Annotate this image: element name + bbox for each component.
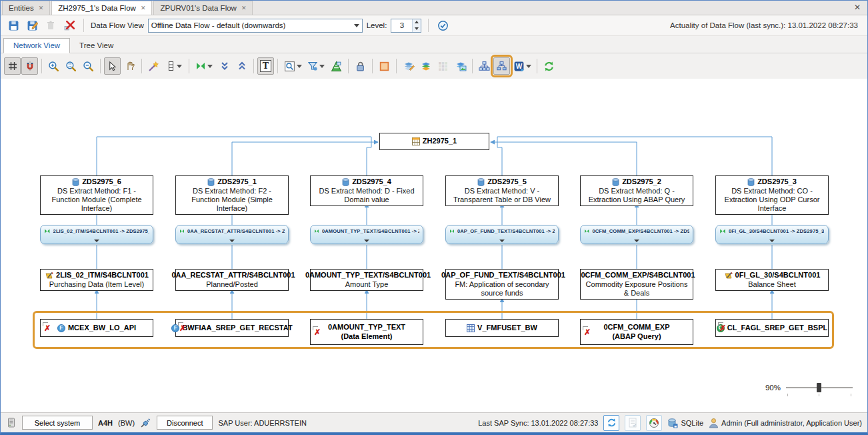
show-text-icon[interactable]: T xyxy=(257,57,274,75)
not-synced-icon: ✗ xyxy=(314,328,321,336)
tab-zh2975-1-data-flow[interactable]: ZH2975_1's Data Flow ✕ xyxy=(51,1,152,15)
hierarchy-layout-highlight xyxy=(493,57,510,75)
close-tab-icon[interactable]: ✕ xyxy=(241,5,247,11)
extractor-node[interactable]: ✗ FMCEX_BW_LO_API xyxy=(40,319,153,337)
spin-up-icon[interactable] xyxy=(413,19,421,26)
refresh-icon[interactable] xyxy=(541,57,557,75)
pyramid-levels-icon[interactable] xyxy=(328,57,345,75)
pointer-tool-icon[interactable] xyxy=(104,57,121,75)
tab-entities[interactable]: Entities ✕ xyxy=(2,1,50,15)
word-export-icon[interactable]: W xyxy=(511,57,533,75)
orange-frame-icon[interactable] xyxy=(376,57,393,75)
root-node-zh2975-1[interactable]: ZH2975_1 xyxy=(379,133,489,150)
zoom-slider[interactable] xyxy=(786,383,853,392)
extractor-node[interactable]: ✗ FBWFIAA_SREP_GET_RECSTAT xyxy=(175,319,289,337)
chevron-down-icon[interactable] xyxy=(207,65,213,68)
datasource-node[interactable]: ZDS2975_6 DS Extract Method: F1 - Functi… xyxy=(40,175,153,215)
select-system-button[interactable]: Select system xyxy=(22,416,93,430)
datasource-node[interactable]: ZDS2975_5 DS Extract Method: V - Transpa… xyxy=(445,175,559,206)
actuality-check-icon[interactable] xyxy=(435,18,450,33)
close-view-icon[interactable]: ✕ xyxy=(854,3,861,12)
extractor-node[interactable]: ✗ 0CFM_COMM_EXP (ABAP Query) xyxy=(580,319,693,345)
text-tool-glyph: T xyxy=(260,60,271,71)
source-datasource-node[interactable]: 0FI_GL_30/S4BCLNT001 Balance Sheet xyxy=(715,269,829,291)
lock-icon[interactable] xyxy=(352,57,369,75)
data-flow-view-label: Data Flow View xyxy=(91,21,144,29)
snap-magnet-icon[interactable] xyxy=(21,57,38,75)
export-image-icon[interactable] xyxy=(452,57,469,75)
hierarchy-layout-icon[interactable] xyxy=(493,57,510,75)
bands-layout-icon[interactable] xyxy=(163,57,185,75)
save-as-icon[interactable] xyxy=(25,18,39,33)
chevron-down-icon[interactable] xyxy=(297,65,302,68)
filter-icon[interactable] xyxy=(305,57,327,75)
transformations-icon[interactable] xyxy=(193,57,215,75)
data-flow-view-select[interactable]: Offline Data Flow - default (downwards) xyxy=(148,19,363,33)
chevron-down-icon[interactable] xyxy=(526,65,531,68)
disconnect-button[interactable]: Disconnect xyxy=(157,416,213,430)
separator xyxy=(372,59,373,73)
save-icon[interactable] xyxy=(6,18,21,33)
expand-caret-icon[interactable] xyxy=(499,240,505,242)
not-synced-icon: ✗ xyxy=(179,324,186,332)
source-datasource-node[interactable]: 0AMOUNT_TYP_TEXT/S4BCLNT001 Amount Type xyxy=(310,269,423,291)
tab-network-view[interactable]: Network View xyxy=(3,38,70,53)
expand-all-icon[interactable] xyxy=(216,57,233,75)
transformation-node[interactable]: 0CFM_COMM_EXP/S4BCLNT001 -> ZDS2975_2 xyxy=(580,225,693,244)
chevron-down-icon[interactable] xyxy=(319,65,325,68)
transformation-node[interactable]: 2LIS_02_ITM/S4BCLNT001 -> ZDS2975_6 xyxy=(40,225,153,244)
expand-caret-icon[interactable] xyxy=(769,240,775,242)
log-document-button[interactable] xyxy=(625,415,641,431)
expand-caret-icon[interactable] xyxy=(94,240,99,242)
expand-caret-icon[interactable] xyxy=(364,240,369,242)
overview-window-icon[interactable] xyxy=(281,57,304,75)
tab-tree-view[interactable]: Tree View xyxy=(70,39,123,53)
datasource-node[interactable]: ZDS2975_3 DS Extract Method: CO - Extrac… xyxy=(715,175,829,215)
zoom-slider-thumb[interactable] xyxy=(817,383,821,392)
close-tab-icon[interactable]: ✕ xyxy=(141,5,146,11)
separator xyxy=(253,59,254,73)
performance-gauge-button[interactable] xyxy=(646,415,662,431)
system-id: A4H xyxy=(98,419,113,427)
zoom-fit-icon[interactable] xyxy=(63,57,79,75)
db-label: SQLite xyxy=(681,419,703,427)
not-synced-icon: ✗ xyxy=(719,324,726,332)
transformation-label: 0CFM_COMM_EXP/S4BCLNT001 -> ZDS2975_2 xyxy=(592,228,689,234)
zoom-in-icon[interactable] xyxy=(45,57,62,75)
source-datasource-node[interactable]: 0AP_OF_FUND_TEXT/S4BCLNT001 FM: Applicat… xyxy=(445,269,559,300)
datasource-node[interactable]: ZDS2975_4 DS Extract Method: D - Fixed D… xyxy=(310,175,423,206)
network-diagram-canvas[interactable]: ZH2975_1 ZDS2975_6 DS Extract Method: F1… xyxy=(1,79,867,412)
pan-hand-icon[interactable] xyxy=(121,57,138,75)
close-tab-icon[interactable]: ✕ xyxy=(39,5,44,11)
datasource-node[interactable]: ZDS2975_2 DS Extract Method: Q - Extract… xyxy=(580,175,693,206)
spin-down-icon[interactable] xyxy=(413,25,421,32)
edit-layers-icon[interactable] xyxy=(400,57,417,75)
zoom-out-icon[interactable] xyxy=(80,57,97,75)
source-datasource-node[interactable]: 2LIS_02_ITM/S4BCLNT001 Purchasing Data (… xyxy=(40,269,153,291)
extractor-node[interactable]: ✗ CCL_FAGL_SREP_GET_BSPL xyxy=(715,319,829,337)
extractor-node[interactable]: V_FMFUSET_BW xyxy=(445,319,559,337)
sync-refresh-button[interactable] xyxy=(603,415,619,431)
source-datasource-node[interactable]: 0AA_RECSTAT_ATTR/S4BCLNT001 Planned/Post… xyxy=(175,269,289,291)
tree-layout-icon[interactable] xyxy=(476,57,493,75)
transformation-node[interactable]: 0AMOUNT_TYP_TEXT/S4BCLNT001 -> ZDS2975_4 xyxy=(310,225,423,244)
transformation-node[interactable]: 0AP_OF_FUND_TEXT/S4BCLNT001 -> ZDS2975_5 xyxy=(445,225,559,244)
layers-icon[interactable] xyxy=(417,57,434,75)
expand-caret-icon[interactable] xyxy=(634,240,639,242)
show-grid-icon[interactable] xyxy=(4,57,21,75)
delete-data-flow-icon[interactable] xyxy=(62,18,77,33)
zoom-value: 90% xyxy=(765,384,781,392)
collapse-all-icon[interactable] xyxy=(233,57,250,75)
transformation-node[interactable]: 0AA_RECSTAT_ATTR/S4BCLNT001 -> ZDS2975_1 xyxy=(175,225,289,244)
extractor-node[interactable]: ✗ 0AMOUNT_TYP_TEXT (Data Element) xyxy=(310,319,423,345)
tab-zpurv01-data-flow[interactable]: ZPURV01's Data Flow ✕ xyxy=(153,1,253,15)
datasource-node[interactable]: ZDS2975_1 DS Extract Method: F2 - Functi… xyxy=(175,175,289,215)
auto-layout-wand-icon[interactable] xyxy=(145,57,162,75)
expand-caret-icon[interactable] xyxy=(229,240,235,242)
chevron-down-icon[interactable] xyxy=(177,65,182,68)
not-synced-icon: ✗ xyxy=(584,328,591,336)
source-datasource-node[interactable]: 0CFM_COMM_EXP/S4BCLNT001 Commodity Expos… xyxy=(580,269,693,300)
transformation-node[interactable]: 0FI_GL_30/S4BCLNT001 -> ZDS2975_3 xyxy=(715,225,829,244)
level-stepper[interactable]: 3 xyxy=(391,19,421,33)
separator xyxy=(537,59,537,73)
